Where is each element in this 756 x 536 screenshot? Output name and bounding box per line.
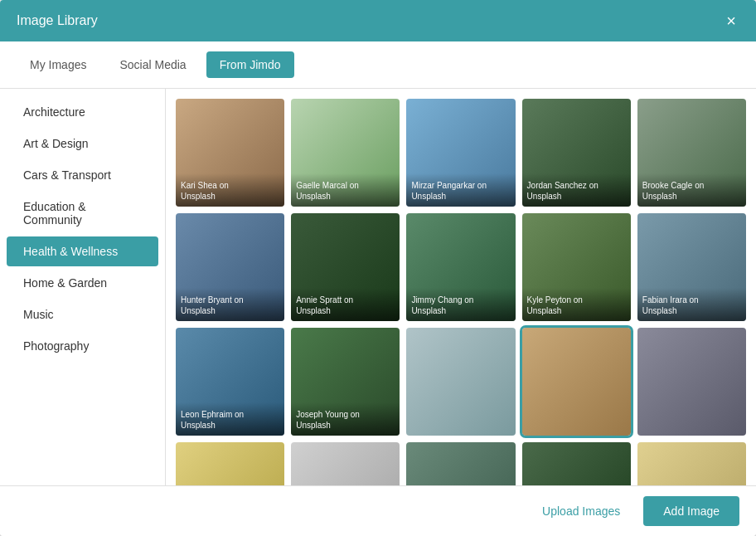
image-cell-2[interactable]: Gaelle Marcal on Unsplash (291, 99, 400, 207)
image-cell-3[interactable]: Mirzar Pangarkar on Unsplash (406, 99, 515, 207)
image-cell-12[interactable]: Joseph Young on Unsplash (291, 328, 400, 436)
image-credit: Jimmy Chang on Unsplash (411, 295, 510, 316)
image-cell-18[interactable] (406, 442, 515, 485)
image-credit: Kyle Peyton on Unsplash (527, 295, 626, 316)
image-overlay: Fabian Irara on Unsplash (637, 288, 746, 321)
image-credit: Leon Ephraim on Unsplash (181, 409, 279, 431)
upload-images-button[interactable]: Upload Images (529, 498, 633, 524)
image-cell-4[interactable]: Jordan Sanchez on Unsplash (522, 99, 631, 207)
image-credit: Annie Spratt on Unsplash (296, 295, 395, 316)
image-overlay: Jimmy Chang on Unsplash (406, 288, 515, 321)
tab-my-images[interactable]: My Images (17, 51, 99, 78)
image-overlay: Brooke Cagle on Unsplash (637, 173, 746, 207)
image-credit: Gaelle Marcal on Unsplash (296, 180, 395, 202)
sidebar-item-education-community[interactable]: Education & Community (7, 192, 158, 235)
image-credit: Jordan Sanchez on Unsplash (527, 180, 626, 202)
image-overlay: Hunter Bryant on Unsplash (176, 288, 284, 321)
image-grid: Kari Shea on UnsplashGaelle Marcal on Un… (166, 89, 756, 485)
content-area: ArchitectureArt & DesignCars & Transport… (0, 89, 756, 485)
image-cell-13[interactable] (406, 328, 515, 436)
image-overlay: Gaelle Marcal on Unsplash (291, 173, 400, 207)
tab-social-media[interactable]: Social Media (106, 51, 199, 78)
image-overlay: Jordan Sanchez on Unsplash (522, 173, 631, 207)
sidebar-item-health-wellness[interactable]: Health & Wellness (7, 236, 158, 266)
image-cell-10[interactable]: Fabian Irara on Unsplash (637, 213, 746, 321)
image-cell-20[interactable] (637, 442, 746, 485)
image-cell-17[interactable] (291, 442, 400, 485)
image-cell-15[interactable] (637, 328, 746, 436)
image-credit: Mirzar Pangarkar on Unsplash (411, 180, 510, 202)
sidebar-item-photography[interactable]: Photography (7, 331, 158, 361)
image-cell-7[interactable]: Annie Spratt on Unsplash (291, 213, 400, 321)
image-cell-8[interactable]: Jimmy Chang on Unsplash (406, 213, 515, 321)
sidebar-item-cars-transport[interactable]: Cars & Transport (7, 160, 158, 190)
modal-header: Image Library × (0, 0, 756, 41)
image-overlay: Leon Ephraim on Unsplash (176, 402, 284, 436)
image-credit: Fabian Irara on Unsplash (642, 295, 741, 316)
image-overlay: Annie Spratt on Unsplash (291, 288, 400, 321)
image-cell-11[interactable]: Leon Ephraim on Unsplash (176, 328, 284, 436)
image-credit: Joseph Young on Unsplash (296, 409, 395, 431)
image-cell-14[interactable] (522, 328, 631, 436)
image-cell-6[interactable]: Hunter Bryant on Unsplash (176, 213, 284, 321)
image-cell-16[interactable] (176, 442, 284, 485)
image-overlay: Mirzar Pangarkar on Unsplash (406, 173, 515, 207)
modal-title: Image Library (17, 13, 98, 28)
image-cell-1[interactable]: Kari Shea on Unsplash (176, 99, 284, 207)
footer: Upload Images Add Image (0, 485, 756, 536)
tab-bar: My ImagesSocial MediaFrom Jimdo (0, 41, 756, 89)
image-credit: Brooke Cagle on Unsplash (642, 180, 741, 202)
sidebar-item-architecture[interactable]: Architecture (7, 97, 158, 127)
image-credit: Kari Shea on Unsplash (181, 180, 279, 202)
image-cell-5[interactable]: Brooke Cagle on Unsplash (637, 99, 746, 207)
image-overlay: Kyle Peyton on Unsplash (522, 288, 631, 321)
image-library-modal: Image Library × My ImagesSocial MediaFro… (0, 0, 756, 536)
add-image-button[interactable]: Add Image (643, 496, 739, 526)
sidebar-item-art-design[interactable]: Art & Design (7, 129, 158, 158)
image-overlay: Kari Shea on Unsplash (176, 173, 284, 207)
image-cell-9[interactable]: Kyle Peyton on Unsplash (522, 213, 631, 321)
image-overlay: Joseph Young on Unsplash (291, 402, 400, 436)
sidebar-item-home-garden[interactable]: Home & Garden (7, 268, 158, 298)
close-button[interactable]: × (723, 9, 739, 32)
category-sidebar: ArchitectureArt & DesignCars & Transport… (0, 89, 166, 485)
tab-from-jimdo[interactable]: From Jimdo (206, 51, 294, 78)
image-credit: Hunter Bryant on Unsplash (181, 295, 279, 316)
image-cell-19[interactable] (522, 442, 631, 485)
sidebar-item-music[interactable]: Music (7, 300, 158, 329)
